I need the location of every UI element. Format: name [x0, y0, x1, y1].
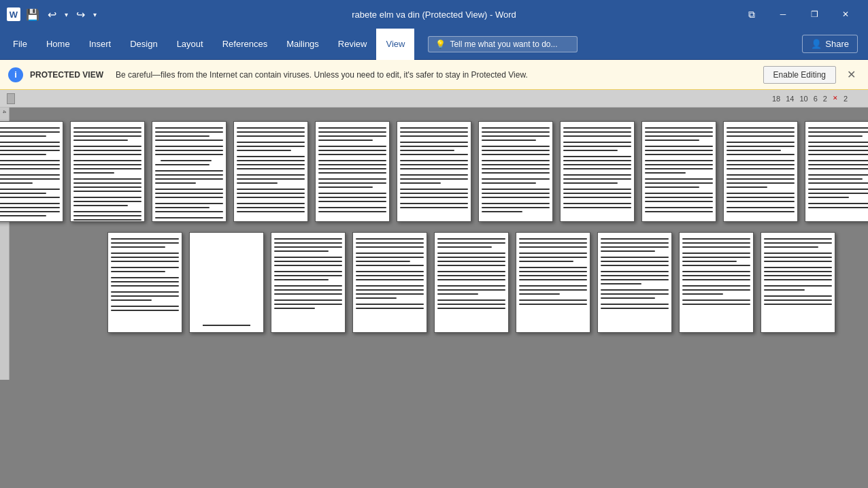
- page-thumb-17[interactable]: [516, 232, 590, 333]
- page-thumb-13[interactable]: [189, 232, 264, 333]
- restore-button[interactable]: ❒: [799, 0, 830, 29]
- tab-home[interactable]: Home: [37, 29, 80, 60]
- protected-view-bar: i PROTECTED VIEW Be careful—files from t…: [0, 60, 868, 90]
- search-box[interactable]: 💡 Tell me what you want to do...: [428, 36, 578, 52]
- page-thumb-9[interactable]: [641, 121, 716, 222]
- tab-layout[interactable]: Layout: [167, 29, 213, 60]
- ruler: 18 14 10 6 2 ✕ 2: [0, 90, 868, 108]
- quick-access-dropdown[interactable]: ▾: [93, 11, 97, 18]
- page-thumb-8[interactable]: [560, 121, 635, 222]
- page-thumb-14[interactable]: [271, 232, 346, 333]
- ribbon: File Home Insert Design Layout Reference…: [0, 29, 868, 60]
- title-bar: W 💾 ↩ ▾ ↪ ▾ rabete elm va din (Protected…: [0, 0, 868, 29]
- page-thumb-20[interactable]: [761, 232, 835, 333]
- protected-view-label: PROTECTED VIEW: [30, 70, 103, 80]
- redo-button[interactable]: ↪: [73, 5, 88, 24]
- word-icon: W: [7, 7, 20, 21]
- tab-file[interactable]: File: [3, 29, 37, 60]
- window-title: rabete elm va din (Protected View) - Wor…: [352, 10, 516, 20]
- tab-view[interactable]: View: [376, 29, 414, 60]
- enable-editing-button[interactable]: Enable Editing: [763, 66, 836, 84]
- protected-view-message: Be careful—files from the Internet can c…: [116, 70, 756, 80]
- minimize-button[interactable]: ─: [767, 0, 799, 29]
- document-content-area: [0, 108, 868, 488]
- tab-review[interactable]: Review: [329, 29, 377, 60]
- page-thumb-6[interactable]: [397, 121, 471, 222]
- undo-dropdown[interactable]: ▾: [65, 11, 68, 18]
- undo-button[interactable]: ↩: [45, 5, 59, 24]
- page-thumb-16[interactable]: [434, 232, 509, 333]
- page-thumb-11[interactable]: [805, 121, 868, 222]
- page-row-1: [0, 121, 868, 222]
- protected-info-icon: i: [8, 67, 23, 82]
- page-thumb-18[interactable]: [597, 232, 672, 333]
- save-button[interactable]: 💾: [26, 8, 39, 21]
- share-icon: 👤: [811, 39, 822, 49]
- page-thumb-12[interactable]: [107, 232, 182, 333]
- ribbon-search-area: 💡 Tell me what you want to do...: [414, 36, 802, 52]
- share-label: Share: [825, 39, 849, 49]
- tab-references[interactable]: References: [213, 29, 277, 60]
- search-placeholder: Tell me what you want to do...: [450, 39, 557, 49]
- tab-mailings[interactable]: Mailings: [277, 29, 329, 60]
- restore-helper-icon[interactable]: ⧉: [736, 0, 767, 29]
- page-thumb-10[interactable]: [723, 121, 798, 222]
- page-thumb-7[interactable]: [478, 121, 553, 222]
- page-thumb-19[interactable]: [679, 232, 754, 333]
- page-thumb-1[interactable]: [0, 121, 63, 222]
- page-thumb-2[interactable]: [70, 121, 145, 222]
- page-row-2: [107, 232, 835, 333]
- close-protected-bar-button[interactable]: ✕: [843, 68, 860, 81]
- share-button[interactable]: 👤 Share: [802, 35, 858, 53]
- tab-insert[interactable]: Insert: [80, 29, 121, 60]
- search-icon: 💡: [435, 39, 446, 49]
- tab-design[interactable]: Design: [120, 29, 167, 60]
- page-thumb-15[interactable]: [352, 232, 427, 333]
- close-button[interactable]: ✕: [830, 0, 861, 29]
- title-bar-left: W 💾 ↩ ▾ ↪ ▾: [7, 5, 97, 24]
- page-thumb-3[interactable]: [152, 121, 227, 222]
- ruler-corner: [7, 93, 15, 104]
- ruler-numbers: 18 14 10 6 2 ✕ 2: [772, 95, 848, 103]
- page-thumb-5[interactable]: [315, 121, 390, 222]
- page-thumb-4[interactable]: [233, 121, 308, 222]
